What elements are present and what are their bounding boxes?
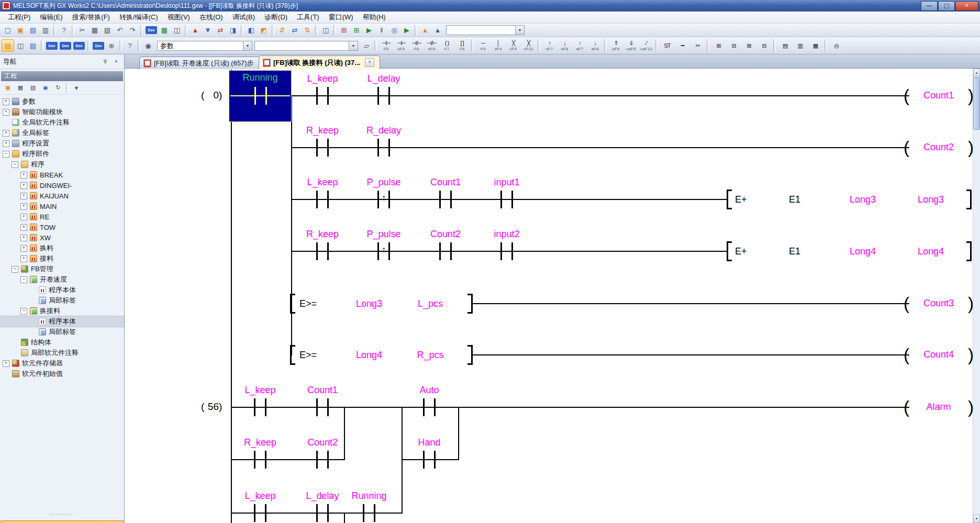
separator[interactable]	[87, 40, 90, 51]
separator[interactable]	[773, 39, 776, 52]
tree-item[interactable]: + KAIJUAN	[0, 191, 124, 201]
help-icon[interactable]: ?	[58, 24, 70, 37]
delete-column-button[interactable]: ⊟	[756, 38, 772, 54]
expand-toggle-icon[interactable]: +	[20, 235, 27, 241]
monitor-find-icon[interactable]: ◎	[388, 24, 400, 37]
tree-item[interactable]: + RE	[0, 212, 124, 222]
monitor-start-red-icon[interactable]: ⊞	[338, 24, 350, 37]
separator[interactable]	[825, 39, 827, 52]
redo-icon[interactable]: ↷	[126, 24, 139, 37]
close-icon[interactable]: ×	[112, 58, 121, 66]
expand-toggle-icon[interactable]: +	[20, 245, 27, 252]
tree-item[interactable]: 局部标签	[0, 327, 124, 337]
tree-item[interactable]: 全局软元件注释	[0, 117, 124, 128]
menu-item[interactable]: 在线(O)	[195, 12, 228, 23]
tree-item[interactable]: 程序本体	[0, 285, 124, 295]
rising-pulse-branch-button[interactable]: ↑ aF7	[572, 38, 587, 54]
expand-toggle-icon[interactable]: −	[3, 151, 9, 158]
separator[interactable]	[655, 39, 658, 52]
separator[interactable]	[41, 40, 43, 51]
separator[interactable]	[707, 39, 709, 52]
copy-icon[interactable]: ▦	[88, 24, 101, 37]
device-batch-dev-icon[interactable]: Dev	[73, 42, 85, 50]
nav-filter-icon[interactable]: ▼	[70, 82, 83, 94]
close-contact-button[interactable]: ⊣/⊢ F6	[409, 38, 424, 54]
separator[interactable]	[315, 25, 318, 36]
result-invert-button[interactable]: ∕ caF10	[639, 38, 654, 54]
tab-huanjieliao[interactable]: [FB]读取 换接料 (只读) (37... ×	[259, 55, 380, 69]
separator[interactable]	[241, 25, 243, 36]
plc-write-icon[interactable]: ▲	[189, 24, 202, 37]
menu-item[interactable]: 窗口(W)	[324, 12, 358, 23]
chevron-down-icon[interactable]: ▼	[349, 41, 358, 50]
menu-item[interactable]: 工程(P)	[3, 12, 35, 23]
menu-item[interactable]: 搜索/替换(F)	[68, 12, 115, 23]
tree-item[interactable]: 结构体	[0, 337, 124, 348]
watch-start-icon[interactable]: ◧	[245, 24, 258, 37]
paste-icon[interactable]: ▧	[101, 24, 114, 37]
tree-item[interactable]: 程序本体	[0, 316, 124, 327]
tree-item[interactable]: − 程序	[0, 159, 124, 170]
tree-item[interactable]: + MAIN	[0, 201, 124, 212]
help-circle-icon[interactable]: ?	[124, 39, 136, 52]
tree-item[interactable]: + TOW	[0, 222, 124, 232]
chevron-down-icon[interactable]: ▼	[515, 26, 524, 35]
minimize-button[interactable]: —	[921, 1, 938, 11]
expand-toggle-icon[interactable]: +	[20, 255, 27, 262]
transfer-read-icon[interactable]: ⇄	[288, 24, 301, 37]
plc-verify-icon[interactable]: ⇄	[214, 24, 227, 37]
monitor-mode-icon[interactable]: ▦	[158, 24, 171, 37]
find-binoculars-icon[interactable]: ◉	[142, 39, 154, 52]
menu-item[interactable]: 编辑(E)	[35, 12, 67, 23]
undo-icon[interactable]: ↶	[114, 24, 126, 37]
save-icon[interactable]: ▤	[27, 24, 39, 37]
open-branch-button[interactable]: ⊣⊢ sF5	[394, 38, 409, 54]
delete-row-button[interactable]: ⊟	[726, 38, 741, 54]
watch-stop-icon[interactable]: ◩	[258, 24, 270, 37]
device-display-dev-icon[interactable]: Dev	[93, 42, 104, 50]
tree-item[interactable]: + 换料	[0, 243, 124, 253]
nav-paste-icon[interactable]: ▧	[27, 82, 39, 94]
device-comment-icon[interactable]: Dev	[146, 26, 157, 34]
module-config-icon[interactable]: ◫	[14, 39, 27, 52]
plc-monitor-icon[interactable]: ◨	[227, 24, 239, 37]
sidebar-item-project[interactable]: 工程	[1, 520, 124, 523]
delete-vline-button[interactable]: ╳ cF10	[521, 38, 536, 54]
expand-toggle-icon[interactable]: +	[3, 360, 9, 367]
zoom-target-icon[interactable]: ⊕	[105, 39, 118, 52]
tree-item[interactable]: − 开卷速度	[0, 274, 124, 285]
chevron-down-icon[interactable]: ▼	[243, 41, 252, 50]
transfer-write-icon[interactable]: ⇅	[301, 24, 314, 37]
insert-column-button[interactable]: ⊞	[741, 38, 756, 54]
vertical-line-button[interactable]: │ sF9	[491, 38, 506, 54]
tree-item[interactable]: 软元件初始值	[0, 369, 124, 379]
display-screen-icon[interactable]: ◫	[319, 24, 332, 37]
tree-item[interactable]: + 智能功能模块	[0, 107, 124, 117]
separator[interactable]	[604, 39, 607, 52]
screen-zoom-button[interactable]: ◎	[829, 38, 844, 54]
nav-copy-icon[interactable]: ▦	[14, 82, 27, 94]
ladder-editor-canvas[interactable]	[125, 69, 973, 523]
device-test-icon[interactable]: ◫	[171, 24, 183, 37]
data-select-combo[interactable]: 参数▼	[157, 41, 252, 51]
result-rising-button[interactable]: ⇑ aF5	[608, 38, 623, 54]
separator[interactable]	[538, 39, 540, 52]
monitor-pause-icon[interactable]: ‖	[375, 24, 388, 37]
tree-item[interactable]: − FB管理	[0, 264, 124, 274]
tree-item[interactable]: + XW	[0, 232, 124, 243]
expand-toggle-icon[interactable]: +	[20, 214, 27, 220]
transfer-setup-icon[interactable]: ⇵	[276, 24, 288, 37]
separator[interactable]	[119, 40, 122, 51]
application-instruction-button[interactable]: [ ] F8	[454, 38, 470, 54]
expand-toggle-icon[interactable]: −	[12, 161, 18, 168]
open-contact-button[interactable]: ⊣⊢ F5	[378, 38, 394, 54]
menu-item[interactable]: 诊断(D)	[260, 12, 292, 23]
tree-item[interactable]: + 接料	[0, 253, 124, 264]
note-button[interactable]: ▥	[793, 38, 808, 54]
nav-info-icon[interactable]: ◉	[39, 82, 52, 94]
pin-icon[interactable]: ⚲	[101, 58, 110, 66]
monitor-step-icon[interactable]: ▶	[400, 24, 413, 37]
separator[interactable]	[140, 25, 143, 36]
separator[interactable]	[415, 25, 417, 36]
separator[interactable]	[333, 25, 336, 36]
